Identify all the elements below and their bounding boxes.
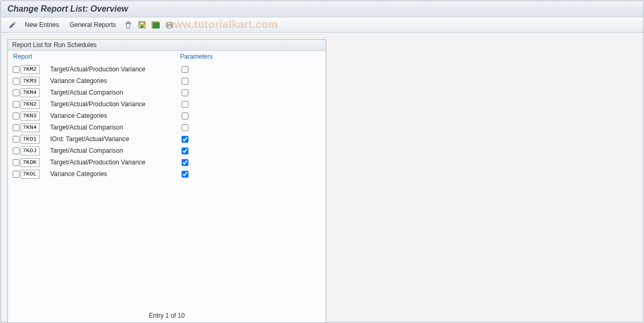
titlebar: Change Report List: Overview — [1, 1, 643, 17]
parameters-checkbox[interactable] — [182, 171, 188, 178]
column-headers: Report Parameters — [8, 51, 326, 61]
pencil-icon[interactable] — [7, 20, 18, 30]
svg-rect-6 — [167, 22, 172, 24]
table-row: Target/Actual/Production Variance — [11, 156, 320, 168]
report-code-input[interactable] — [21, 100, 40, 109]
panel-spacer — [8, 180, 326, 311]
toolbar: New Entries General Reports www.tutorial… — [1, 17, 643, 33]
report-code-input[interactable] — [21, 158, 40, 167]
row-select-checkbox[interactable] — [13, 66, 20, 73]
svg-rect-4 — [153, 23, 159, 28]
column-header-parameters: Parameters — [180, 53, 320, 60]
parameters-checkbox[interactable] — [182, 147, 188, 154]
table-row: Target/Actual Comparison — [11, 87, 320, 98]
parameters-checkbox[interactable] — [182, 159, 188, 166]
entry-position: Entry 1 of 10 — [8, 311, 326, 322]
table-row: IOrd: Target/Actual/Variance — [11, 133, 320, 145]
watermark: www.tutorialkart.com — [166, 19, 278, 31]
report-code-input[interactable] — [21, 170, 40, 179]
parameters-checkbox[interactable] — [182, 113, 188, 119]
report-description: Variance Categories — [42, 112, 180, 119]
print-icon[interactable] — [164, 20, 175, 30]
general-reports-button[interactable]: General Reports — [66, 20, 120, 30]
report-code-input[interactable] — [21, 112, 40, 121]
report-description: Target/Actual/Production Variance — [42, 66, 180, 73]
report-code-input[interactable] — [21, 135, 40, 144]
save-icon[interactable] — [137, 20, 147, 30]
page-title: Change Report List: Overview — [7, 4, 637, 14]
column-header-report: Report — [13, 53, 180, 60]
row-select-checkbox[interactable] — [13, 101, 20, 108]
select-all-icon[interactable] — [150, 20, 161, 30]
report-description: Target/Actual Comparison — [42, 124, 180, 131]
table-row: Variance Categories — [11, 168, 320, 180]
report-code-input[interactable] — [21, 123, 40, 132]
panel-title: Report List for Run Schedules — [8, 40, 326, 51]
report-description: Target/Actual/Production Variance — [42, 100, 180, 108]
report-description: Variance Categories — [42, 77, 180, 85]
svg-rect-2 — [140, 25, 144, 27]
report-code-input[interactable] — [21, 88, 40, 97]
report-code-input[interactable] — [21, 77, 40, 86]
row-select-checkbox[interactable] — [13, 124, 20, 131]
svg-rect-7 — [167, 26, 172, 28]
svg-rect-1 — [140, 22, 144, 24]
report-description: IOrd: Target/Actual/Variance — [42, 135, 180, 143]
rows-container: Target/Actual/Production VarianceVarianc… — [8, 61, 326, 180]
report-list-panel: Report List for Run Schedules Report Par… — [7, 39, 326, 323]
report-description: Variance Categories — [42, 170, 180, 178]
table-row: Target/Actual Comparison — [11, 145, 320, 156]
app-window: Change Report List: Overview New Entries… — [1, 1, 643, 322]
table-row: Variance Categories — [11, 110, 320, 122]
parameters-checkbox[interactable] — [182, 66, 188, 73]
row-select-checkbox[interactable] — [13, 136, 20, 143]
report-description: Target/Actual/Production Variance — [42, 159, 180, 166]
report-description: Target/Actual Comparison — [42, 89, 180, 96]
parameters-checkbox[interactable] — [182, 124, 188, 131]
delete-icon[interactable] — [123, 20, 134, 30]
row-select-checkbox[interactable] — [13, 89, 20, 96]
parameters-checkbox[interactable] — [182, 78, 188, 85]
parameters-checkbox[interactable] — [182, 101, 188, 108]
row-select-checkbox[interactable] — [13, 159, 20, 166]
parameters-checkbox[interactable] — [182, 89, 188, 96]
parameters-checkbox[interactable] — [182, 136, 188, 143]
row-select-checkbox[interactable] — [13, 147, 20, 154]
content-area: Report List for Run Schedules Report Par… — [1, 33, 643, 323]
new-entries-button[interactable]: New Entries — [21, 20, 63, 30]
report-code-input[interactable] — [21, 146, 40, 155]
table-row: Target/Actual/Production Variance — [11, 63, 320, 75]
table-row: Target/Actual Comparison — [11, 122, 320, 133]
row-select-checkbox[interactable] — [13, 78, 20, 85]
row-select-checkbox[interactable] — [13, 113, 20, 119]
table-row: Variance Categories — [11, 75, 320, 87]
report-code-input[interactable] — [21, 65, 40, 74]
row-select-checkbox[interactable] — [13, 171, 20, 178]
report-description: Target/Actual Comparison — [42, 147, 180, 154]
table-row: Target/Actual/Production Variance — [11, 98, 320, 110]
